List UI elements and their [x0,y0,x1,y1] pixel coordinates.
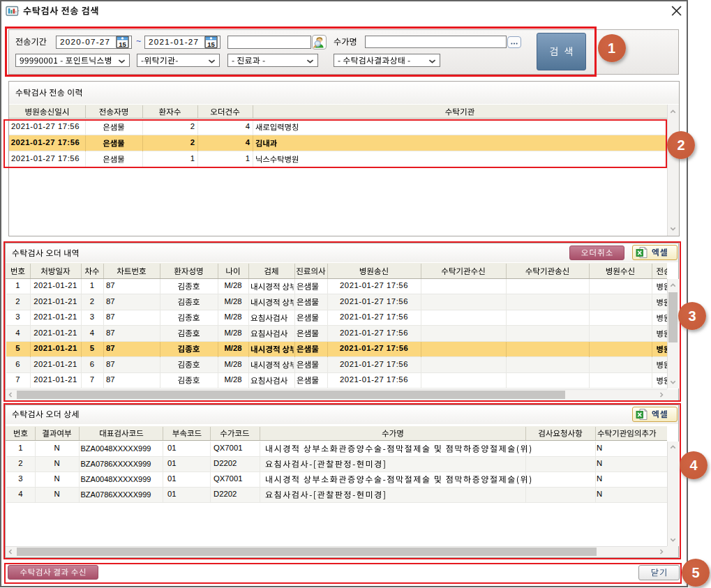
svg-text:15: 15 [207,40,215,48]
svg-text:15: 15 [119,40,126,48]
